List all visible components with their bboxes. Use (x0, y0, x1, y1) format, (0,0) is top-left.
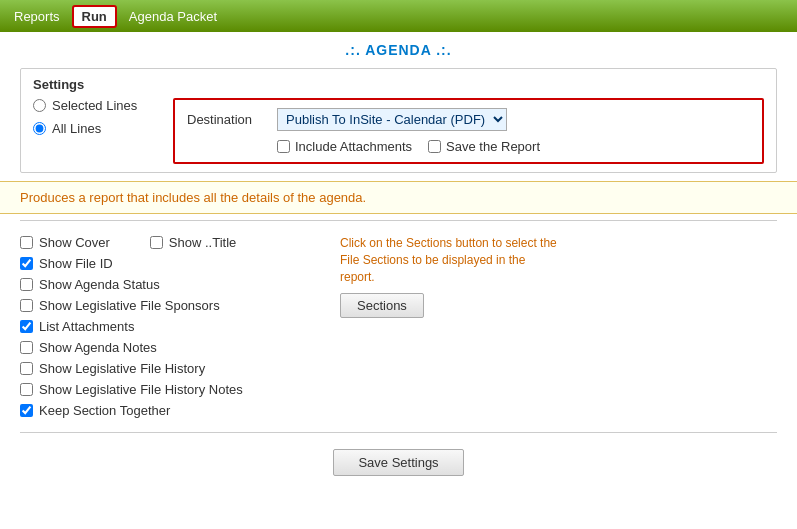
divider-1 (20, 220, 777, 221)
destination-row: Destination Publish To InSite - Calendar… (187, 108, 750, 131)
show-cover-label: Show Cover (39, 235, 110, 250)
right-options: Click on the Sections button to select t… (340, 235, 777, 418)
show-title-checkbox[interactable] (150, 236, 163, 249)
radio-input-selected-lines[interactable] (33, 99, 46, 112)
show-file-id-checkbox[interactable] (20, 257, 33, 270)
show-agenda-notes-checkbox[interactable] (20, 341, 33, 354)
radio-label-selected-lines: Selected Lines (52, 98, 137, 113)
show-agenda-status-label: Show Agenda Status (39, 277, 160, 292)
radio-label-all-lines: All Lines (52, 121, 101, 136)
show-agenda-notes-label: Show Agenda Notes (39, 340, 157, 355)
left-options: Show Cover Show ..Title Show File ID Sho… (20, 235, 320, 418)
options-row: Include Attachments Save the Report (277, 139, 750, 154)
show-legislative-file-history-checkbox[interactable] (20, 362, 33, 375)
show-title-option[interactable]: Show ..Title (150, 235, 236, 250)
show-legislative-file-history-notes-option[interactable]: Show Legislative File History Notes (20, 382, 320, 397)
page-title: .:. AGENDA .:. (0, 32, 797, 64)
list-attachments-option[interactable]: List Attachments (20, 319, 320, 334)
radio-all-lines[interactable]: All Lines (33, 121, 153, 136)
menu-item-reports[interactable]: Reports (4, 5, 70, 28)
destination-label: Destination (187, 112, 267, 127)
sections-hint: Click on the Sections button to select t… (340, 235, 560, 285)
show-title-label: Show ..Title (169, 235, 236, 250)
show-agenda-status-option[interactable]: Show Agenda Status (20, 277, 320, 292)
save-row: Save Settings (0, 449, 797, 492)
show-legislative-file-sponsors-label: Show Legislative File Sponsors (39, 298, 220, 313)
menu-bar: Reports Run Agenda Packet (0, 0, 797, 32)
show-file-id-label: Show File ID (39, 256, 113, 271)
divider-2 (20, 432, 777, 433)
show-agenda-notes-option[interactable]: Show Agenda Notes (20, 340, 320, 355)
sections-button[interactable]: Sections (340, 293, 424, 318)
show-cover-checkbox[interactable] (20, 236, 33, 249)
destination-group: Destination Publish To InSite - Calendar… (173, 98, 764, 164)
keep-section-together-option[interactable]: Keep Section Together (20, 403, 320, 418)
list-attachments-label: List Attachments (39, 319, 134, 334)
save-report-label: Save the Report (446, 139, 540, 154)
show-legislative-file-history-label: Show Legislative File History (39, 361, 205, 376)
radio-input-all-lines[interactable] (33, 122, 46, 135)
show-agenda-status-checkbox[interactable] (20, 278, 33, 291)
list-attachments-checkbox[interactable] (20, 320, 33, 333)
save-report-checkbox[interactable] (428, 140, 441, 153)
show-legislative-file-history-notes-checkbox[interactable] (20, 383, 33, 396)
show-legislative-file-sponsors-option[interactable]: Show Legislative File Sponsors (20, 298, 320, 313)
show-legislative-file-sponsors-checkbox[interactable] (20, 299, 33, 312)
description-bar: Produces a report that includes all the … (0, 181, 797, 214)
settings-content: Selected Lines All Lines Destination Pub… (33, 98, 764, 164)
keep-section-together-label: Keep Section Together (39, 403, 170, 418)
include-attachments-checkbox[interactable] (277, 140, 290, 153)
show-legislative-file-history-notes-label: Show Legislative File History Notes (39, 382, 243, 397)
main-content: .:. AGENDA .:. Settings Selected Lines A… (0, 32, 797, 529)
settings-section: Settings Selected Lines All Lines Destin… (20, 68, 777, 173)
menu-item-run[interactable]: Run (72, 5, 117, 28)
save-settings-button[interactable]: Save Settings (333, 449, 463, 476)
show-legislative-file-history-option[interactable]: Show Legislative File History (20, 361, 320, 376)
radio-group: Selected Lines All Lines (33, 98, 153, 136)
include-attachments-label: Include Attachments (295, 139, 412, 154)
save-report-option[interactable]: Save the Report (428, 139, 540, 154)
radio-selected-lines[interactable]: Selected Lines (33, 98, 153, 113)
top-checkbox-row: Show Cover Show ..Title (20, 235, 320, 250)
keep-section-together-checkbox[interactable] (20, 404, 33, 417)
include-attachments-option[interactable]: Include Attachments (277, 139, 412, 154)
menu-item-agenda-packet[interactable]: Agenda Packet (119, 5, 227, 28)
options-section: Show Cover Show ..Title Show File ID Sho… (0, 227, 797, 426)
settings-label: Settings (33, 77, 764, 92)
show-file-id-option[interactable]: Show File ID (20, 256, 320, 271)
show-cover-option[interactable]: Show Cover (20, 235, 110, 250)
destination-select[interactable]: Publish To InSite - Calendar (PDF) Print… (277, 108, 507, 131)
